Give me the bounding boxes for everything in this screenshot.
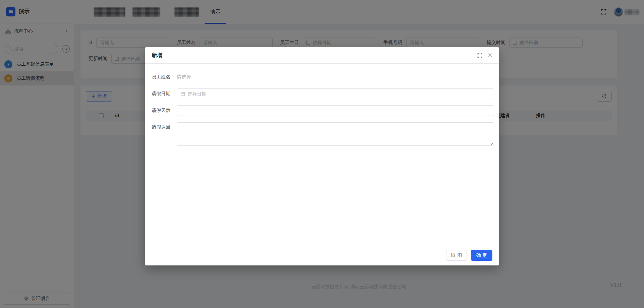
form-row-leave-reason: 请假原因 [152,122,494,146]
dialog-close-icon[interactable] [488,53,492,58]
field-label: 请假天数 [152,108,172,114]
dialog-header: 新增 [145,47,499,64]
leave-date-input[interactable] [187,91,490,97]
dialog-title: 新增 [152,52,162,59]
cancel-button[interactable]: 取 消 [446,250,467,261]
confirm-button[interactable]: 确 定 [471,250,492,261]
dialog-maximize-icon[interactable] [477,53,482,58]
app-root: 演示 流程中心 员工基础信息表单 [0,0,644,308]
dialog-footer: 取 消 确 定 [145,245,499,265]
leave-reason-textarea[interactable] [177,122,494,146]
employee-name-select[interactable]: 请选择 [177,74,191,80]
field-label: 员工姓名 [152,74,172,80]
add-dialog: 新增 员工姓名 请选择 请假日期 请假天数 [145,47,499,265]
leave-days-input[interactable] [177,105,494,116]
field-label: 请假日期 [152,91,172,97]
dialog-header-buttons [477,53,492,58]
form-row-employee-name: 员工姓名 请选择 [152,74,494,80]
field-label: 请假原因 [152,122,172,130]
leave-date-datepicker[interactable] [177,88,494,99]
form-row-leave-days: 请假天数 [152,105,494,116]
form-row-leave-date: 请假日期 [152,88,494,99]
calendar-icon [180,91,185,96]
